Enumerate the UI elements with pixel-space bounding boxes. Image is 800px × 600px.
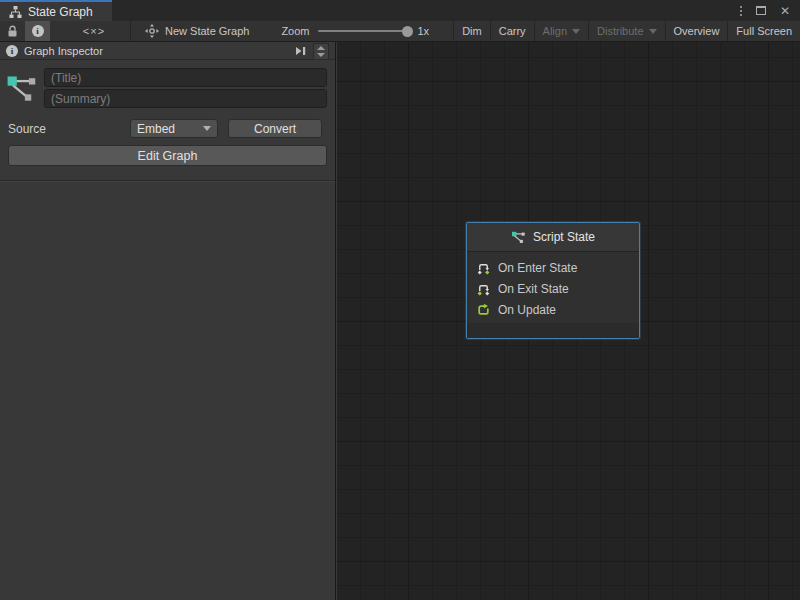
graph-summary-input[interactable]: [44, 89, 327, 108]
full-screen-button[interactable]: Full Screen: [727, 21, 800, 41]
tab-state-graph[interactable]: State Graph: [0, 0, 112, 21]
node-item-label: On Enter State: [498, 261, 577, 275]
scroll-spinner[interactable]: [313, 43, 329, 60]
graph-title-group: New State Graph: [131, 21, 259, 41]
dim-button[interactable]: Dim: [453, 21, 490, 41]
node-item-label: On Exit State: [498, 282, 569, 296]
node-item-label: On Update: [498, 303, 556, 317]
chevron-down-icon: [572, 29, 580, 34]
source-dropdown-value: Embed: [137, 122, 199, 136]
arrow-up-icon: [317, 46, 325, 50]
script-state-node[interactable]: Script State On Enter State: [466, 222, 640, 339]
source-label: Source: [8, 122, 130, 136]
edit-graph-button[interactable]: Edit Graph: [8, 145, 327, 166]
inspector-title: Graph Inspector: [24, 45, 103, 57]
node-event-on-update[interactable]: On Update: [476, 302, 630, 318]
graph-canvas[interactable]: Script State On Enter State: [337, 42, 800, 600]
current-graph-name: New State Graph: [165, 25, 249, 37]
close-icon[interactable]: ✕: [780, 5, 790, 17]
node-title: Script State: [533, 230, 595, 244]
node-event-on-exit-state[interactable]: On Exit State: [476, 281, 630, 297]
update-loop-icon: [476, 302, 491, 318]
node-body: On Enter State On Exit State: [467, 252, 639, 318]
enter-state-icon: [476, 260, 491, 276]
info-icon: i: [32, 25, 44, 37]
toolbar-right-group: Dim Carry Align Distribute Overview Full…: [453, 21, 800, 41]
move-gizmo-icon: [145, 24, 159, 38]
state-graph-node-icon: [7, 68, 37, 108]
code-icon: <×>: [83, 25, 105, 37]
code-view-button[interactable]: <×>: [58, 21, 130, 41]
node-footer: [467, 323, 639, 338]
carry-button[interactable]: Carry: [490, 21, 534, 41]
source-dropdown[interactable]: Embed: [130, 119, 218, 138]
hierarchy-icon: [9, 6, 22, 18]
zoom-slider[interactable]: [318, 30, 410, 32]
script-graph-icon: [511, 230, 526, 244]
arrow-down-icon: [317, 53, 325, 57]
maximize-icon[interactable]: [756, 6, 766, 15]
graph-inspector-panel: i Graph Inspector: [0, 42, 336, 600]
overview-button[interactable]: Overview: [665, 21, 728, 41]
inspector-toggle-button[interactable]: i: [25, 21, 50, 41]
lock-icon: [7, 25, 18, 37]
node-header[interactable]: Script State: [467, 223, 639, 252]
panel-divider: [0, 180, 335, 182]
inspector-header: i Graph Inspector: [0, 42, 335, 60]
zoom-label: Zoom: [281, 25, 309, 37]
graph-toolbar: i <×> New State Graph Zoom 1x Dim Carry: [0, 21, 800, 42]
zoom-value: 1x: [418, 25, 430, 37]
zoom-control: Zoom 1x: [281, 21, 429, 41]
node-event-on-enter-state[interactable]: On Enter State: [476, 260, 630, 276]
expand-panel-icon[interactable]: [295, 45, 307, 57]
chevron-down-icon: [203, 126, 211, 131]
chevron-down-icon: [649, 29, 657, 34]
graph-meta-section: [0, 60, 335, 110]
convert-button[interactable]: Convert: [228, 119, 322, 138]
distribute-button[interactable]: Distribute: [588, 21, 664, 41]
window-controls: ✕: [740, 0, 800, 21]
info-icon: i: [6, 45, 18, 57]
source-row: Source Embed Convert: [0, 110, 335, 138]
lock-button[interactable]: [0, 21, 25, 41]
tab-label: State Graph: [28, 5, 93, 19]
exit-state-icon: [476, 281, 491, 297]
window-tab-bar: State Graph ✕: [0, 0, 800, 21]
zoom-slider-handle[interactable]: [402, 26, 413, 37]
window-menu-icon[interactable]: [740, 6, 742, 16]
align-button[interactable]: Align: [534, 21, 588, 41]
graph-title-input[interactable]: [44, 68, 327, 87]
